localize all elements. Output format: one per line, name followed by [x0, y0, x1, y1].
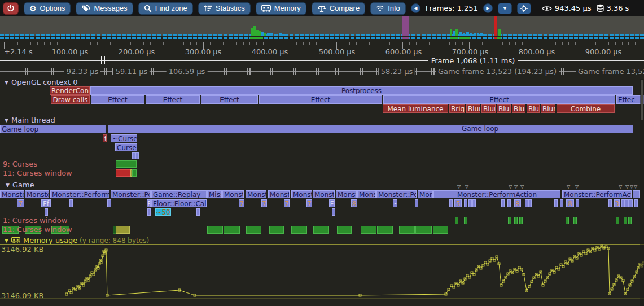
game-zone-row-2-zone[interactable]: 7 [306, 199, 312, 207]
game-zone-row-1-zone[interactable]: Mons [418, 190, 433, 198]
lock-11-curses-window-row-zone[interactable] [116, 169, 130, 177]
main-thread-row-3-zone[interactable]: Curses [115, 143, 137, 151]
game-zone-row-2-zone[interactable] [528, 199, 532, 207]
collapsed-zone-marker-icon[interactable]: ▽ [567, 184, 570, 189]
game-zone-row-2-zone[interactable] [69, 199, 73, 207]
game-zone-row-2-zone[interactable]: F [147, 199, 151, 207]
game-zone-row-1-zone[interactable] [633, 190, 640, 198]
game-zone-row-1-zone[interactable]: Monste [313, 190, 335, 198]
collapsed-zone-marker-icon[interactable]: ▽ [630, 184, 633, 189]
curses-window-11-row-zone[interactable] [399, 226, 415, 234]
frame-strip-bar[interactable] [470, 33, 472, 36]
frame-strip-bar[interactable] [283, 34, 287, 36]
gl-zone-row-3-zone[interactable]: Blur [481, 104, 496, 113]
curses-window-1-row-zone[interactable] [624, 217, 627, 224]
game-zone-row-2-zone[interactable]: Floor::Floor::Calc [151, 199, 207, 207]
lock-9-curses-row-zone[interactable] [116, 160, 137, 168]
compare-button[interactable]: Compare [312, 2, 365, 15]
frame-strip-bar[interactable] [477, 33, 479, 36]
game-zone-row-2-zone[interactable] [560, 199, 563, 207]
game-zone-row-1-zone[interactable]: Monster::Pe [111, 190, 151, 198]
opengl-context-header[interactable]: ▼OpenGL context 0 [5, 78, 78, 86]
messages-button[interactable]: Messages [76, 2, 133, 15]
game-zone-row-1-zone[interactable]: Monster::PerformAction [433, 190, 560, 198]
game-zone-row-1-zone[interactable]: Monst [291, 190, 312, 198]
prev-frame-button[interactable]: ◀ [411, 3, 420, 13]
curses-window-11-row-zone[interactable] [207, 226, 223, 234]
frame-separator-label[interactable]: 106.59 µs [167, 67, 208, 76]
info-button[interactable]: Info [370, 2, 406, 15]
frame-strip-bar[interactable] [455, 29, 458, 36]
game-zone-row-2-zone[interactable] [501, 199, 505, 207]
frame-strip-bar[interactable] [480, 33, 483, 36]
curses-window-11-row-zone[interactable] [377, 226, 393, 234]
game-zone-row-3-zone[interactable]: ~50 [155, 208, 171, 216]
frame-strip-bar[interactable] [251, 28, 253, 36]
game-zone-row-1-zone[interactable]: Monste [25, 190, 49, 198]
curses-window-11-row-zone[interactable] [337, 226, 352, 234]
curses-window-11-row-zone[interactable] [433, 226, 448, 234]
gl-zone-row-3-zone[interactable]: Blur [497, 104, 511, 113]
game-zone-row-2-zone[interactable] [415, 199, 418, 207]
collapse-triangle-icon[interactable]: ▼ [6, 182, 10, 188]
game-zone-row-2-zone[interactable]: Ff [41, 199, 51, 207]
curses-window-1-row-zone[interactable] [616, 217, 619, 224]
main-thread-row-2-zone[interactable]: ti [103, 134, 107, 142]
game-zone-row-1-zone[interactable]: Missed [207, 190, 222, 198]
game-zone-row-2-zone[interactable] [576, 199, 579, 207]
frame-strip-bar[interactable] [453, 31, 455, 36]
gl-zone-row-2-zone[interactable]: Draw calls [51, 95, 90, 104]
game-zone-row-2-zone[interactable]: 8 [566, 199, 574, 207]
curses-window-1-row-zone[interactable] [566, 217, 569, 224]
gl-zone-row-2-zone[interactable]: Effect [383, 95, 615, 104]
game-zone-row-2-zone[interactable]: 8 [351, 199, 357, 207]
gl-zone-row-3-zone[interactable]: Blur [527, 104, 540, 113]
game-zone-row-2-zone[interactable]: ~ [393, 199, 397, 207]
frame-strip-bar[interactable] [253, 26, 256, 36]
main-thread-row-1-zone[interactable] [108, 125, 633, 133]
collapsed-zone-marker-icon[interactable]: ▽ [465, 184, 468, 189]
curses-window-1-row-zone[interactable] [519, 217, 523, 224]
options-button[interactable]: ⚙ Options [24, 2, 71, 15]
game-zone-row-2-zone[interactable]: 8 [514, 199, 521, 207]
collapsed-zone-marker-icon[interactable]: ▽ [520, 184, 524, 189]
collapsed-zone-marker-icon[interactable]: ▽ [625, 184, 629, 189]
gl-zone-row-3-zone[interactable]: Mean luminance [383, 104, 448, 113]
curses-window-1-row-zone[interactable] [628, 217, 632, 224]
game-zone-row-1-zone[interactable]: Monster::PerformActi [562, 190, 632, 198]
game-zone-row-1-zone[interactable]: Monste [0, 190, 24, 198]
game-zone-row-2-zone[interactable] [507, 199, 511, 207]
curses-window-1-row-zone[interactable] [514, 217, 518, 224]
main-thread-row-1-zone[interactable]: Game loop [0, 125, 106, 133]
game-zone-row-2-zone[interactable]: 7 [261, 199, 267, 207]
collapsed-zone-marker-icon[interactable]: ▽ [575, 184, 579, 189]
curses-window-1-row-zone[interactable] [464, 217, 467, 224]
game-zone-row-1-zone[interactable]: Monster::PerformA [50, 190, 109, 198]
frame-strip-bar[interactable] [494, 16, 497, 36]
gl-zone-row-3-zone[interactable]: Blur [512, 104, 525, 113]
gl-zone-row-1-zone[interactable]: Postprocess [90, 86, 633, 95]
gl-zone-row-3-zone[interactable]: Blur [541, 104, 555, 113]
game-zone-row-2-zone[interactable]: 7 [17, 199, 24, 207]
collapsed-zone-marker-icon[interactable]: ▽ [634, 184, 637, 189]
collapse-triangle-icon[interactable]: ▼ [5, 80, 8, 85]
find-zone-button[interactable]: Find zone [138, 2, 193, 15]
collapse-triangle-icon[interactable]: ▼ [5, 238, 8, 243]
curses-window-1-row-zone[interactable] [573, 217, 577, 224]
curses-window-1-row-label[interactable]: 1: Curses window [3, 216, 67, 225]
next-frame-button[interactable]: ▶ [483, 3, 493, 13]
main-thread-row-4-zone[interactable] [135, 152, 139, 159]
game-zone-row-2-zone[interactable] [628, 199, 633, 207]
gl-zone-row-1-zone[interactable]: RenderCont [50, 86, 90, 95]
game-zone-row-3-zone[interactable] [332, 208, 335, 216]
frame-strip-bar[interactable] [466, 32, 469, 36]
game-zone-row-2-zone[interactable] [634, 199, 638, 207]
game-zone-row-2-zone[interactable] [554, 199, 558, 207]
gl-zone-row-3-zone[interactable]: Brigh [449, 104, 465, 113]
memory-button[interactable]: Memory [256, 2, 306, 15]
curses-window-11-row-zone[interactable] [116, 226, 130, 234]
game-zone-row-3-zone[interactable] [147, 208, 151, 216]
frame-strip-bar[interactable] [261, 32, 264, 36]
curses-window-1-row-zone[interactable] [508, 217, 511, 224]
curses-window-1-row-zone[interactable] [455, 217, 458, 224]
